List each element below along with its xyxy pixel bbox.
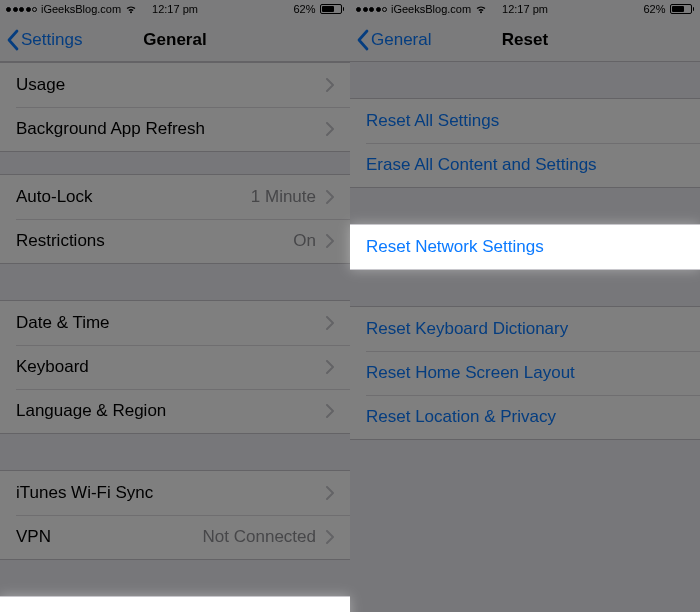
- cell-label: Restrictions: [16, 231, 105, 251]
- nav-bar: General Reset: [350, 18, 700, 62]
- cell-label: Reset All Settings: [366, 111, 499, 131]
- cell-label: Keyboard: [16, 357, 89, 377]
- cell-reset[interactable]: Reset: [0, 597, 350, 612]
- cell-label: Reset Network Settings: [366, 237, 544, 257]
- chevron-right-icon: [326, 234, 334, 248]
- back-button[interactable]: Settings: [6, 29, 82, 51]
- page-title: General: [143, 30, 206, 50]
- cell-vpn[interactable]: VPN Not Connected: [0, 515, 350, 559]
- cell-label: Background App Refresh: [16, 119, 205, 139]
- cell-label: iTunes Wi-Fi Sync: [16, 483, 153, 503]
- nav-bar: Settings General: [0, 18, 350, 62]
- cell-label: Reset Location & Privacy: [366, 407, 556, 427]
- chevron-right-icon: [326, 486, 334, 500]
- cell-background-refresh[interactable]: Background App Refresh: [0, 107, 350, 151]
- cell-label: Erase All Content and Settings: [366, 155, 597, 175]
- carrier-label: iGeeksBlog.com: [41, 3, 121, 15]
- chevron-right-icon: [326, 530, 334, 544]
- cell-label: VPN: [16, 527, 51, 547]
- cell-label: Reset Keyboard Dictionary: [366, 319, 568, 339]
- cell-value: Not Connected: [203, 527, 322, 547]
- wifi-icon: [125, 5, 137, 14]
- cell-reset-home-screen[interactable]: Reset Home Screen Layout: [350, 351, 700, 395]
- cell-reset-keyboard-dictionary[interactable]: Reset Keyboard Dictionary: [350, 307, 700, 351]
- chevron-right-icon: [326, 404, 334, 418]
- cell-reset-location-privacy[interactable]: Reset Location & Privacy: [350, 395, 700, 439]
- battery-icon: [320, 4, 345, 14]
- cell-label: Auto-Lock: [16, 187, 93, 207]
- status-time: 12:17 pm: [502, 3, 548, 15]
- right-screenshot: iGeeksBlog.com 12:17 pm 62% General Rese…: [350, 0, 700, 612]
- cell-value: On: [293, 231, 322, 251]
- cell-value: 1 Minute: [251, 187, 322, 207]
- battery-icon: [670, 4, 695, 14]
- cell-erase-all-content[interactable]: Erase All Content and Settings: [350, 143, 700, 187]
- chevron-right-icon: [326, 360, 334, 374]
- cell-language-region[interactable]: Language & Region: [0, 389, 350, 433]
- cell-label: Usage: [16, 75, 65, 95]
- chevron-left-icon: [6, 29, 19, 51]
- cell-auto-lock[interactable]: Auto-Lock 1 Minute: [0, 175, 350, 219]
- battery-percent: 62%: [293, 3, 315, 15]
- cell-reset-all-settings[interactable]: Reset All Settings: [350, 99, 700, 143]
- chevron-right-icon: [326, 190, 334, 204]
- status-time: 12:17 pm: [152, 3, 198, 15]
- status-bar: iGeeksBlog.com 12:17 pm 62%: [350, 0, 700, 18]
- chevron-left-icon: [356, 29, 369, 51]
- cell-restrictions[interactable]: Restrictions On: [0, 219, 350, 263]
- signal-strength-icon: [356, 7, 387, 12]
- signal-strength-icon: [6, 7, 37, 12]
- cell-reset-network-settings[interactable]: Reset Network Settings: [350, 225, 700, 269]
- chevron-right-icon: [326, 78, 334, 92]
- back-label: Settings: [21, 30, 82, 50]
- back-button[interactable]: General: [356, 29, 431, 51]
- cell-keyboard[interactable]: Keyboard: [0, 345, 350, 389]
- back-label: General: [371, 30, 431, 50]
- carrier-label: iGeeksBlog.com: [391, 3, 471, 15]
- cell-label: Reset Home Screen Layout: [366, 363, 575, 383]
- cell-date-time[interactable]: Date & Time: [0, 301, 350, 345]
- battery-percent: 62%: [643, 3, 665, 15]
- chevron-right-icon: [326, 122, 334, 136]
- wifi-icon: [475, 5, 487, 14]
- cell-usage[interactable]: Usage: [0, 63, 350, 107]
- status-bar: iGeeksBlog.com 12:17 pm 62%: [0, 0, 350, 18]
- cell-itunes-wifi-sync[interactable]: iTunes Wi-Fi Sync: [0, 471, 350, 515]
- cell-label: Language & Region: [16, 401, 166, 421]
- chevron-right-icon: [326, 316, 334, 330]
- left-screenshot: iGeeksBlog.com 12:17 pm 62% Settings Gen…: [0, 0, 350, 612]
- cell-label: Date & Time: [16, 313, 110, 333]
- page-title: Reset: [502, 30, 548, 50]
